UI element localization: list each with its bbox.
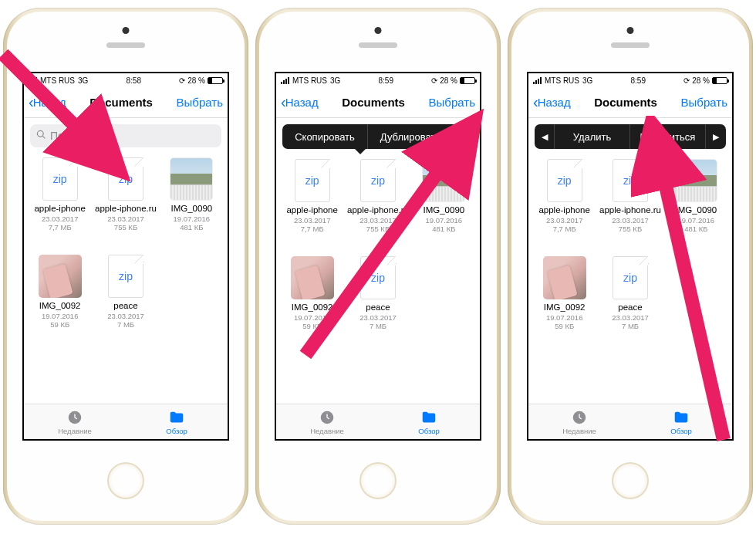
ctx-more-left[interactable]: ◀ xyxy=(535,124,555,149)
zip-label: zip xyxy=(305,174,319,187)
file-date: 23.03.2017 xyxy=(107,312,144,320)
file-item[interactable]: IMG_0090 19.07.2016 481 КБ xyxy=(413,158,475,252)
carrier-label: MTS RUS xyxy=(40,76,75,85)
file-date: 19.07.2016 xyxy=(42,312,79,320)
tab-browse[interactable]: Обзор xyxy=(126,404,228,439)
tab-recent[interactable]: Недавние xyxy=(24,404,126,439)
clock-icon xyxy=(66,409,83,426)
sync-icon: ⟳ xyxy=(431,76,437,85)
file-thumbnail xyxy=(542,255,587,300)
clock-icon xyxy=(319,409,336,426)
tab-bar: Недавние Обзор xyxy=(276,404,480,439)
file-size: 7 МБ xyxy=(622,322,639,330)
file-item[interactable]: IMG_0092 19.07.2016 59 КБ xyxy=(533,255,596,350)
ctx-more-right[interactable]: ▶ xyxy=(454,124,474,149)
clock: 8:58 xyxy=(127,76,141,85)
ctx-delete[interactable]: Удалить xyxy=(555,124,630,149)
file-name: IMG_0090 xyxy=(675,205,717,215)
home-button[interactable] xyxy=(612,462,649,499)
phone-inner: MTS RUS 3G 8:58 ⟳ 28 % ‹ Назад Documents… xyxy=(7,12,245,521)
file-item[interactable]: ☁︎zip peace 23.03.2017 7 МБ xyxy=(599,255,661,350)
file-item[interactable]: zip apple-iphone 23.03.2017 7,7 МБ xyxy=(533,158,596,252)
file-name: apple-iphone.ru xyxy=(95,204,157,214)
battery-icon xyxy=(712,77,727,84)
file-name: apple-iphone.ru xyxy=(599,205,661,215)
file-item[interactable]: IMG_0090 19.07.2016 481 КБ xyxy=(665,158,727,252)
file-item[interactable]: IMG_0092 19.07.2016 59 КБ xyxy=(281,255,343,350)
earpiece-speaker xyxy=(359,42,397,48)
select-button[interactable]: Выбрать xyxy=(177,96,223,109)
carrier-label: MTS RUS xyxy=(292,76,327,85)
tab-browse[interactable]: Обзор xyxy=(630,404,732,439)
file-size: 7 МБ xyxy=(370,322,386,330)
ctx-more-right[interactable]: ▶ xyxy=(706,124,726,149)
back-button[interactable]: ‹ Назад xyxy=(533,93,571,111)
file-name: IMG_0092 xyxy=(292,302,333,313)
file-item[interactable]: IMG_0090 19.07.2016 481 КБ xyxy=(160,157,223,251)
ctx-duplicate[interactable]: Дублировать xyxy=(368,124,454,149)
battery-icon xyxy=(460,77,475,84)
status-bar: MTS RUS 3G 8:59 ⟳ 28 % xyxy=(276,73,480,87)
file-date: 19.07.2016 xyxy=(294,313,331,322)
file-item[interactable]: zip apple-iphone 23.03.2017 7,7 МБ xyxy=(281,158,343,252)
folder-icon xyxy=(168,409,185,426)
phone-inner: MTS RUS 3G 8:59 ⟳ 28 % ‹ Назад Documents… xyxy=(511,12,749,521)
file-thumbnail xyxy=(421,158,466,203)
folder-icon xyxy=(673,409,690,426)
zip-label: zip xyxy=(623,272,637,284)
file-size: 755 КБ xyxy=(114,223,137,232)
home-button[interactable] xyxy=(359,462,397,499)
search-input[interactable]: Поиск xyxy=(30,124,221,147)
folder-icon xyxy=(420,409,437,426)
file-size: 59 КБ xyxy=(302,322,322,330)
zip-label: zip xyxy=(558,174,572,187)
sensor-area xyxy=(7,12,245,72)
front-camera xyxy=(375,27,382,34)
file-date: 23.03.2017 xyxy=(612,216,649,225)
file-date: 23.03.2017 xyxy=(612,313,649,322)
tab-recent[interactable]: Недавние xyxy=(276,404,378,439)
file-item[interactable]: zip apple-iphone 23.03.2017 7,7 МБ xyxy=(29,157,91,251)
file-date: 19.07.2016 xyxy=(546,313,583,322)
front-camera xyxy=(123,27,130,34)
file-name: IMG_0092 xyxy=(544,302,586,313)
ctx-share[interactable]: Поделиться xyxy=(630,124,706,149)
home-button[interactable] xyxy=(107,462,144,499)
file-size: 7 МБ xyxy=(117,320,134,329)
file-item[interactable]: ☁︎zip peace 23.03.2017 7 МБ xyxy=(94,254,157,348)
sensor-area xyxy=(511,12,749,72)
select-button[interactable]: Выбрать xyxy=(429,96,475,109)
file-name: IMG_0090 xyxy=(423,205,464,215)
tab-label: Обзор xyxy=(670,427,691,435)
tab-browse[interactable]: Обзор xyxy=(378,404,480,439)
ctx-copy[interactable]: Скопировать xyxy=(282,124,368,149)
sensor-area xyxy=(259,12,497,72)
file-item[interactable]: zip apple-iphone.ru 23.03.2017 755 КБ xyxy=(599,158,661,252)
context-menu: ◀ Удалить Поделиться ▶ xyxy=(535,124,726,149)
file-item[interactable]: ☁︎zip peace 23.03.2017 7 МБ xyxy=(346,255,409,350)
file-date: 23.03.2017 xyxy=(546,216,583,225)
tab-recent[interactable]: Недавние xyxy=(528,404,630,439)
file-item[interactable]: zip apple-iphone.ru 23.03.2017 755 КБ xyxy=(94,157,157,251)
file-thumbnail xyxy=(169,157,214,201)
file-date: 19.07.2016 xyxy=(678,216,715,225)
select-button[interactable]: Выбрать xyxy=(681,96,727,109)
file-name: IMG_0092 xyxy=(39,301,81,311)
file-size: 481 КБ xyxy=(684,225,707,233)
file-date: 19.07.2016 xyxy=(174,215,211,223)
battery-pct: 28 % xyxy=(692,76,710,85)
sync-icon: ⟳ xyxy=(683,76,690,85)
back-button[interactable]: ‹ Назад xyxy=(281,93,319,111)
page-title: Documents xyxy=(89,96,153,109)
file-item[interactable]: zip apple-iphone.ru 23.03.2017 755 КБ xyxy=(346,158,409,252)
file-name: apple-iphone.ru xyxy=(347,205,409,215)
nav-bar: ‹ Назад Documents Выбрать xyxy=(276,87,480,118)
earpiece-speaker xyxy=(611,42,650,48)
file-item[interactable]: IMG_0092 19.07.2016 59 КБ xyxy=(29,254,91,348)
network-label: 3G xyxy=(330,76,340,85)
signal-icon xyxy=(29,77,37,84)
file-size: 481 КБ xyxy=(180,223,203,232)
phone-frame-2: MTS RUS 3G 8:59 ⟳ 28 % ‹ Назад Documents… xyxy=(255,8,501,525)
back-button[interactable]: ‹ Назад xyxy=(29,93,66,111)
file-date: 23.03.2017 xyxy=(294,216,331,225)
